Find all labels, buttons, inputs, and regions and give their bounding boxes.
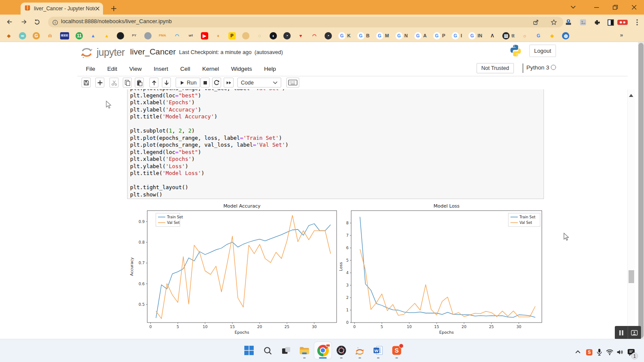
volume-tray-button[interactable] (615, 346, 625, 359)
menu-view[interactable]: View (123, 66, 148, 72)
browser-tab[interactable]: liver_Cancer - Jupyter Notebook (21, 3, 103, 15)
jupyter-app-button[interactable] (351, 342, 368, 359)
start-button[interactable] (240, 342, 258, 359)
extensions-puzzle-icon[interactable] (592, 17, 602, 27)
tray-expand-button[interactable] (573, 346, 583, 359)
screenshot-extension-icon[interactable] (578, 17, 588, 27)
bookmark-star-icon[interactable] (549, 17, 559, 27)
close-button[interactable] (624, 0, 644, 15)
bookmark-bot[interactable] (144, 32, 152, 39)
mic-tray-button[interactable] (594, 346, 605, 359)
file-explorer-button[interactable] (296, 342, 313, 359)
chrome-button[interactable] (314, 342, 331, 359)
save-button[interactable] (82, 78, 91, 87)
bookmark-g-b[interactable]: GB (357, 32, 370, 39)
bookmark-p[interactable]: P (228, 32, 236, 39)
bookmark-py[interactable]: PY (131, 32, 138, 39)
bookmark-ieee[interactable]: IEEE (60, 32, 69, 39)
bookmark-11[interactable]: 11 (76, 32, 83, 39)
copy-cell-button[interactable] (123, 78, 132, 87)
search-button[interactable] (259, 342, 276, 359)
move-up-button[interactable] (149, 78, 158, 87)
task-view-button[interactable] (277, 342, 295, 359)
bw-extension-icon[interactable] (605, 17, 616, 27)
maximize-button[interactable] (605, 0, 625, 15)
bookmark-airtel[interactable]: ◠ (311, 32, 318, 39)
browser-menu-icon[interactable] (632, 17, 642, 27)
bookmark-github[interactable] (117, 32, 124, 39)
tab-close-icon[interactable] (95, 5, 100, 12)
bookmarks-overflow-chevron[interactable]: » (620, 32, 623, 38)
restart-kernel-button[interactable] (212, 78, 221, 87)
word-button[interactable]: W (370, 342, 387, 359)
cell-type-select[interactable]: Code (237, 78, 281, 87)
command-palette-button[interactable] (286, 78, 299, 87)
bookmark-youtube[interactable]: ▶ (201, 32, 208, 39)
recorder-webcam-button[interactable] (628, 326, 641, 339)
menu-edit[interactable]: Edit (101, 66, 123, 72)
menu-insert[interactable]: Insert (148, 66, 174, 72)
forward-icon[interactable] (19, 17, 29, 27)
bookmark-arc[interactable]: ◠ (173, 32, 181, 39)
site-info-icon[interactable] (50, 17, 60, 27)
move-down-button[interactable] (162, 78, 171, 87)
paste-cell-button[interactable] (135, 78, 144, 87)
snagit-tray-button[interactable]: S (584, 346, 594, 359)
adblock-extension-icon[interactable] (617, 17, 628, 27)
menu-file[interactable]: File (80, 66, 101, 72)
network-tray-button[interactable] (605, 346, 615, 359)
bookmark-printer[interactable]: ▤tt (502, 32, 514, 39)
cut-cell-button[interactable] (109, 78, 118, 87)
add-cell-button[interactable] (95, 78, 104, 87)
bookmark-g-in[interactable]: GIN (468, 32, 482, 39)
minimize-button[interactable] (586, 0, 606, 15)
bookmark-sbi[interactable]: ◍ (562, 32, 569, 39)
bookmark-penguin[interactable]: ◖ (270, 32, 277, 39)
bookmark-sun[interactable]: ☼ (521, 32, 528, 39)
bookmark-avatar[interactable] (242, 32, 249, 39)
bookmark-heart[interactable]: ♥ (297, 32, 304, 39)
bookmark-analytics[interactable]: ılı (46, 32, 54, 39)
bookmark-g-a[interactable]: GA (414, 32, 427, 39)
not-trusted-badge[interactable]: Not Trusted (477, 63, 514, 73)
notebook-scrollbar-thumb[interactable] (629, 270, 634, 283)
bookmark-google[interactable]: G (535, 32, 542, 39)
bookmark-url-text[interactable]: url (187, 32, 194, 39)
stop-button[interactable] (200, 78, 210, 87)
new-tab-button[interactable] (108, 3, 119, 14)
bookmark-g-i[interactable]: GI (452, 32, 462, 39)
recorder-pause-button[interactable] (615, 326, 628, 339)
menu-help[interactable]: Help (258, 66, 282, 72)
password-extension-icon[interactable] (563, 17, 574, 27)
notebook-title[interactable]: liver_Cancer (130, 47, 176, 57)
tab-search-chevron-icon[interactable] (563, 0, 583, 15)
scroll-up-icon[interactable] (629, 91, 633, 99)
bookmark-globe-2[interactable]: ◔ (325, 32, 332, 39)
bookmark-photos[interactable]: ◈ (548, 32, 556, 39)
page-scrollbar-thumb[interactable] (638, 43, 644, 338)
logout-button[interactable]: Logout (529, 45, 556, 57)
bookmark-pin[interactable]: ◆ (5, 32, 12, 39)
bookmark-globe-1[interactable]: ◔ (283, 32, 291, 39)
url-text[interactable]: localhost:8888/notebooks/liver_Cancer.ip… (61, 18, 172, 24)
bookmark-wordpress[interactable]: ∞ (19, 32, 26, 39)
bookmark-pma[interactable]: PMA (158, 32, 167, 39)
back-icon[interactable] (4, 17, 15, 27)
bookmark-gl[interactable]: G (33, 32, 40, 39)
bookmark-peaks[interactable]: Λ (489, 32, 496, 39)
recorder-app-button[interactable] (333, 342, 350, 359)
menu-cell[interactable]: Cell (174, 66, 196, 72)
bookmark-g-k[interactable]: GK (338, 32, 351, 39)
bookmark-hand[interactable]: ♦ (215, 32, 222, 39)
bookmark-loop[interactable]: ◌ (256, 32, 263, 39)
reload-icon[interactable] (32, 17, 42, 27)
code-cell[interactable]: plt.plot(epochs_range, val_acc, label='V… (127, 89, 544, 199)
menu-kernel[interactable]: Kernel (196, 66, 225, 72)
menu-widgets[interactable]: Widgets (225, 66, 258, 72)
restart-run-all-button[interactable] (224, 78, 234, 87)
bookmark-g-n[interactable]: GN (395, 32, 408, 39)
snagit-button[interactable]: S (388, 342, 405, 359)
jupyter-logo[interactable]: jupyter (79, 45, 125, 59)
run-button[interactable]: Run (176, 78, 200, 87)
bookmark-g-m[interactable]: GM (376, 32, 389, 39)
